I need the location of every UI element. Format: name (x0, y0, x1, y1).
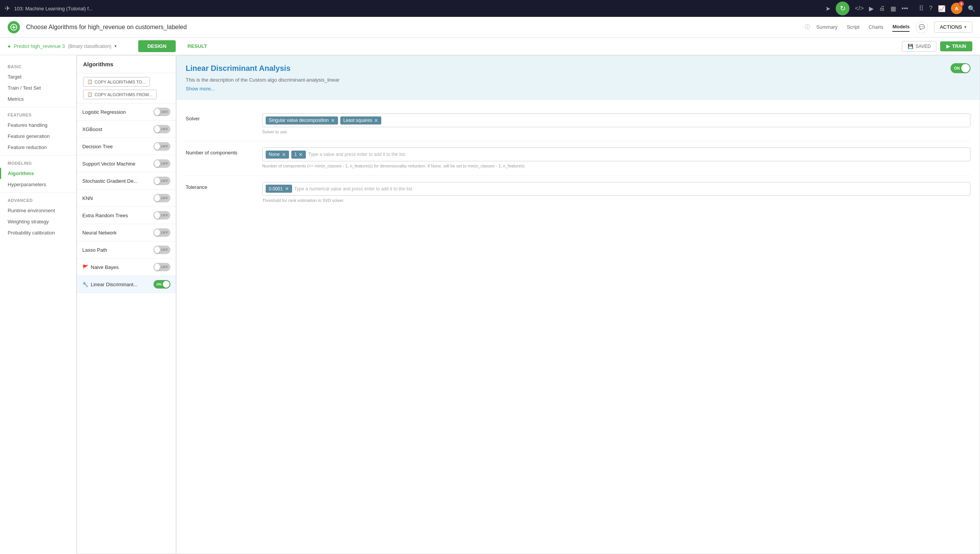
help-icon[interactable]: ? (929, 5, 933, 12)
algo-item-lasso-path[interactable]: Lasso Path OFF (77, 241, 176, 259)
sidebar-item-algorithms[interactable]: Algorithms (0, 168, 76, 179)
algorithms-title: Algorithms (83, 61, 170, 67)
toggle-extra-random-trees[interactable]: OFF (154, 211, 170, 220)
algo-item-naive-bayes[interactable]: 🚩 Naive Bayes OFF (77, 259, 176, 276)
algo-item-svm[interactable]: Support Vector Machine OFF (77, 155, 176, 172)
components-tag-none-remove[interactable]: ✕ (282, 152, 286, 157)
copy-algorithms-from-button[interactable]: 📋 COPY ALGORITHMS FROM... (83, 90, 157, 99)
sidebar-item-features-handling[interactable]: Features handling (0, 120, 76, 131)
layout-icon[interactable]: ▦ (890, 5, 896, 12)
solver-hint: Solver to use. (262, 129, 970, 135)
toggle-sgd[interactable]: OFF (154, 177, 170, 185)
notification-badge: 3 (959, 1, 964, 7)
nav-script[interactable]: Script (847, 23, 859, 31)
copy-algorithms-to-button[interactable]: 📋 COPY ALGORITHMS TO... (83, 77, 150, 87)
solver-tag-least-squares-remove[interactable]: ✕ (374, 118, 378, 123)
nav-charts[interactable]: Charts (869, 23, 883, 31)
show-more-link[interactable]: Show more... (186, 86, 215, 92)
algo-name-svm: Support Vector Machine (82, 161, 136, 167)
sidebar-item-probability-calibration[interactable]: Probability calibration (0, 227, 76, 238)
sidebar: BASIC Target Train / Test Set Metrics FE… (0, 55, 77, 554)
components-tags-input[interactable]: None ✕ 1 ✕ Type a value and press enter … (262, 148, 970, 161)
algo-item-xgboost[interactable]: XGBoost OFF (77, 121, 176, 138)
predict-info: ● Predict high_revenue 3 (Binary classif… (8, 43, 117, 49)
param-row-tolerance: Tolerance 0.0001 ✕ Type a numerical valu… (186, 176, 970, 210)
algo-item-decision-tree[interactable]: Decision Tree OFF (77, 138, 176, 155)
solver-tag-svd-remove[interactable]: ✕ (331, 118, 335, 123)
tolerance-tags-input[interactable]: 0.0001 ✕ Type a numerical value and pres… (262, 182, 970, 196)
tolerance-tag-value-remove[interactable]: ✕ (285, 186, 289, 192)
refresh-icon[interactable]: ↻ (836, 2, 849, 15)
sidebar-section-title-features: FEATURES (0, 110, 76, 120)
sidebar-item-feature-generation[interactable]: Feature generation (0, 131, 76, 142)
code-icon[interactable]: </> (855, 5, 864, 12)
sidebar-item-metrics[interactable]: Metrics (0, 93, 76, 105)
toggle-knob (154, 177, 160, 184)
sidebar-section-features: FEATURES Features handling Feature gener… (0, 110, 76, 153)
trending-icon[interactable]: 📈 (938, 5, 946, 12)
actions-button[interactable]: ACTIONS ▾ (934, 21, 972, 33)
avatar[interactable]: A 3 (951, 3, 962, 14)
toggle-lasso-path[interactable]: OFF (154, 246, 170, 254)
subheader-right: 💾 SAVED ▶ TRAIN (902, 41, 972, 52)
topbar-actions: ➤ ↻ </> ▶ 🖨 ▦ ••• ⠿ ? 📈 A 3 🔍 (825, 2, 975, 15)
print-icon[interactable]: 🖨 (879, 5, 885, 12)
toggle-knob (154, 264, 160, 270)
param-label-tolerance: Tolerance (186, 182, 255, 190)
train-button[interactable]: ▶ TRAIN (940, 41, 972, 51)
actions-dropdown-icon: ▾ (964, 25, 967, 30)
sidebar-item-train-test-set[interactable]: Train / Test Set (0, 82, 76, 93)
algo-item-neural-network[interactable]: Neural Network OFF (77, 224, 176, 241)
toggle-knn[interactable]: OFF (154, 194, 170, 202)
toggle-svm[interactable]: OFF (154, 159, 170, 168)
solver-tags-input[interactable]: Singular value decomposition ✕ Least squ… (262, 113, 970, 127)
tab-design[interactable]: DESIGN (138, 40, 176, 52)
sidebar-item-algorithms-label: Algorithms (8, 170, 34, 176)
more-icon[interactable]: ••• (902, 5, 908, 12)
predict-label: Predict high_revenue 3 (14, 43, 65, 49)
algo-name-xgboost: XGBoost (82, 126, 102, 132)
algo-item-linear-discriminant[interactable]: 🔧 Linear Discriminant... ON (77, 276, 176, 293)
tab-result[interactable]: RESULT (178, 40, 217, 52)
predict-dropdown-icon[interactable]: ▾ (114, 44, 117, 49)
algo-detail-title-row: Linear Discriminant Analysis ON (186, 63, 970, 73)
tolerance-placeholder: Type a numerical value and press enter t… (294, 186, 413, 192)
algo-item-sgd[interactable]: Stochastic Gradient De... OFF (77, 172, 176, 190)
toggle-linear-discriminant[interactable]: ON (154, 280, 170, 288)
toggle-knob (154, 126, 160, 133)
param-label-solver: Solver (186, 113, 255, 121)
search-icon[interactable]: 🔍 (968, 5, 975, 12)
saved-button[interactable]: 💾 SAVED (902, 41, 937, 52)
sidebar-item-runtime[interactable]: Runtime environment (0, 205, 76, 216)
app-logo-icon: ✈ (5, 4, 10, 13)
nav-models[interactable]: Models (892, 22, 910, 32)
saved-label: SAVED (916, 44, 931, 49)
toggle-logistic-regression[interactable]: OFF (154, 108, 170, 116)
send-icon[interactable]: ➤ (825, 5, 830, 12)
algo-item-knn[interactable]: KNN OFF (77, 190, 176, 207)
info-icon[interactable]: ⓘ (805, 24, 810, 31)
sidebar-item-hyperparameters[interactable]: Hyperparameters (0, 179, 76, 190)
copy-to-label: COPY ALGORITHMS TO... (95, 80, 145, 84)
toggle-decision-tree[interactable]: OFF (154, 142, 170, 151)
grid-icon[interactable]: ⠿ (919, 4, 924, 13)
nav-summary[interactable]: Summary (816, 23, 838, 31)
sidebar-item-feature-reduction[interactable]: Feature reduction (0, 142, 76, 153)
toggle-xgboost[interactable]: OFF (154, 125, 170, 133)
algo-item-logistic-regression[interactable]: Logistic Regression OFF (77, 103, 176, 121)
toggle-knob (961, 64, 970, 72)
toggle-neural-network[interactable]: OFF (154, 228, 170, 237)
sidebar-item-weighting[interactable]: Weighting strategy (0, 216, 76, 227)
toggle-naive-bayes[interactable]: OFF (154, 263, 170, 271)
sidebar-item-target[interactable]: Target (0, 71, 76, 82)
components-tag-1-remove[interactable]: ✕ (299, 152, 303, 157)
solver-tag-least-squares: Least squares ✕ (340, 116, 381, 125)
page-title: Choose Algorithms for high_revenue on cu… (26, 24, 799, 31)
linear-discriminant-flag-icon: 🔧 (82, 282, 88, 287)
components-tag-none-text: None (269, 152, 280, 157)
detail-panel: Linear Discriminant Analysis ON This is … (176, 55, 980, 554)
algo-item-extra-random-trees[interactable]: Extra Random Trees OFF (77, 207, 176, 224)
chat-icon[interactable]: 💬 (916, 21, 928, 33)
play-icon[interactable]: ▶ (869, 5, 874, 12)
detail-toggle[interactable]: ON (951, 63, 970, 73)
